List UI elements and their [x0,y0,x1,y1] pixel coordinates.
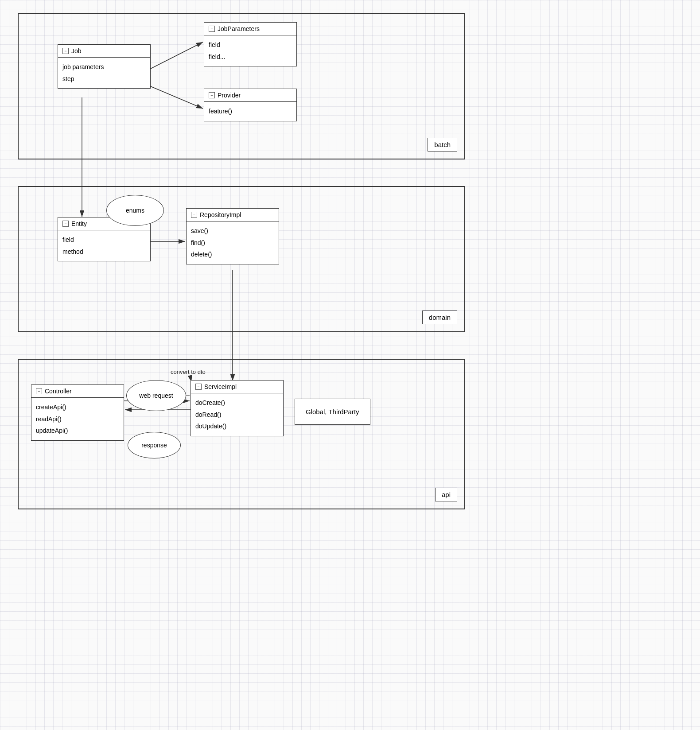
class-icon: − [209,26,215,32]
class-icon: − [36,388,42,394]
controller-field1: createApi() [36,401,119,413]
class-icon: − [191,212,197,218]
class-job: − Job job parameters step [58,44,151,89]
job-field1: job parameters [62,61,146,73]
class-repositoryimpl-name: RepositoryImpl [200,211,241,218]
class-icon: − [195,384,202,390]
service-field1: doCreate() [195,397,279,409]
service-field3: doUpdate() [195,420,279,432]
class-provider-name: Provider [218,92,241,99]
entity-field2: method [62,246,146,258]
ellipse-enums: enums [106,195,164,226]
service-field2: doRead() [195,409,279,421]
enums-label: enums [126,207,144,214]
api-package-label: api [435,488,457,501]
ellipse-response: response [128,432,181,458]
note-global-thirdparty: Global, ThirdParty [295,399,370,425]
class-icon: − [209,92,215,98]
class-serviceimpl: − ServiceImpl doCreate() doRead() doUpda… [191,380,284,436]
class-provider: − Provider feature() [204,89,297,121]
class-icon: − [62,48,69,54]
global-thirdparty-text: Global, ThirdParty [306,408,359,415]
job-field2: step [62,73,146,85]
jobparams-field1: field [209,39,292,51]
class-icon: − [62,221,69,227]
entity-field1: field [62,234,146,246]
repo-field2: find() [191,237,274,249]
class-serviceimpl-name: ServiceImpl [204,383,237,390]
class-controller-name: Controller [45,388,72,395]
provider-field1: feature() [209,105,292,117]
class-entity-name: Entity [71,220,87,227]
ellipse-webrequest: web request [126,380,186,411]
batch-package-label: batch [428,138,457,151]
domain-package-label: domain [422,311,457,324]
class-repositoryimpl: − RepositoryImpl save() find() delete() [186,208,279,264]
class-jobparams-name: JobParameters [218,25,260,32]
class-controller: − Controller createApi() readApi() updat… [31,384,124,441]
repo-field3: delete() [191,249,274,260]
response-label: response [141,442,167,449]
label-convert-dto: convert to dto [171,369,206,375]
jobparams-field2: field... [209,51,292,63]
controller-field2: readApi() [36,413,119,425]
webrequest-label: web request [139,392,173,399]
controller-field3: updateApi() [36,425,119,437]
class-jobparams: − JobParameters field field... [204,22,297,66]
repo-field1: save() [191,225,274,237]
class-job-name: Job [71,47,82,54]
